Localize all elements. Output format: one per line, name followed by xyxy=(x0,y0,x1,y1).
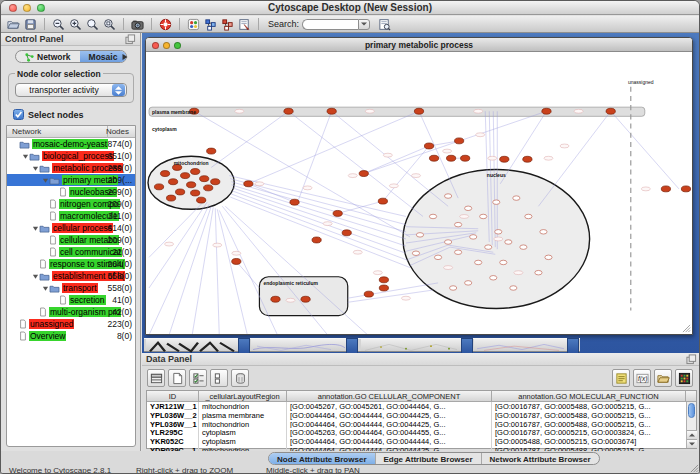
graph-node[interactable] xyxy=(166,195,175,201)
graph-node[interactable] xyxy=(284,108,293,114)
graph-node-unselected[interactable] xyxy=(480,214,487,218)
graph-node[interactable] xyxy=(176,189,185,195)
graph-node[interactable] xyxy=(290,199,299,205)
tree-row[interactable]: response to stimulu264(0) xyxy=(7,258,135,270)
more-tabs-icon[interactable] xyxy=(121,53,129,61)
minimized-network-window[interactable] xyxy=(146,339,238,351)
graph-node[interactable] xyxy=(204,185,213,191)
graph-node-unselected[interactable] xyxy=(455,222,462,226)
tree-row[interactable]: Overview8(0) xyxy=(7,330,135,342)
search-input[interactable] xyxy=(302,19,358,30)
search-options-button[interactable] xyxy=(376,17,393,32)
tree-row[interactable]: cellular process614(0) xyxy=(7,222,135,234)
select-attributes-button[interactable] xyxy=(189,369,207,387)
graph-node[interactable] xyxy=(542,108,551,114)
tree-row[interactable]: mosaic-demo-yeast874(0) xyxy=(7,138,135,150)
tree-row[interactable]: primary metab209(... xyxy=(7,174,135,186)
graph-node[interactable] xyxy=(200,176,209,182)
graph-node[interactable] xyxy=(661,186,670,192)
graph-node[interactable] xyxy=(187,182,196,188)
graph-node[interactable] xyxy=(211,179,220,185)
graph-node[interactable] xyxy=(342,230,351,236)
graph-node[interactable] xyxy=(455,138,464,144)
tree-row[interactable]: transport558(0) xyxy=(7,282,135,294)
tree-row[interactable]: biological_process651(0) xyxy=(7,150,135,162)
network-view-titlebar[interactable]: primary metabolic process xyxy=(146,38,692,52)
graph-node[interactable] xyxy=(191,169,200,175)
graph-node[interactable] xyxy=(379,277,388,283)
attribute-table-button[interactable] xyxy=(147,369,165,387)
graph-node-unselected[interactable] xyxy=(513,196,520,200)
graph-node[interactable] xyxy=(197,197,206,203)
graph-node-unselected[interactable] xyxy=(545,255,552,259)
graph-node[interactable] xyxy=(359,171,368,177)
search-dropdown-button[interactable] xyxy=(358,19,370,30)
graph-node[interactable] xyxy=(207,148,216,154)
graph-node[interactable] xyxy=(378,198,387,204)
graph-node-unselected[interactable] xyxy=(500,260,507,264)
column-header[interactable]: annotation.GO MOLECULAR_FUNCTION xyxy=(492,391,686,401)
table-row[interactable]: YJR121W__1mitochondrion[GO:0045267, GO:0… xyxy=(147,402,696,411)
graph-node-unselected[interactable] xyxy=(429,214,436,218)
unselect-attributes-button[interactable] xyxy=(210,369,228,387)
graph-node-unselected[interactable] xyxy=(535,270,542,274)
snapshot-button[interactable] xyxy=(129,17,146,32)
table-row[interactable]: YLR295Ccytoplasm[GO:0045263, GO:0044464,… xyxy=(147,428,696,437)
column-header[interactable]: _cellularLayoutRegion xyxy=(199,391,287,401)
graph-node[interactable] xyxy=(271,296,280,302)
tree-expand-arrow-icon[interactable] xyxy=(31,273,39,280)
graph-node[interactable] xyxy=(232,258,241,264)
graph-node-unselected[interactable] xyxy=(475,260,482,264)
attribute-formula-button[interactable]: f(x) xyxy=(633,369,651,387)
vizmapper-button[interactable] xyxy=(185,17,202,32)
graph-node[interactable] xyxy=(327,108,336,114)
graph-node-unselected[interactable] xyxy=(450,286,457,290)
scrollbar-thumb[interactable] xyxy=(688,403,695,418)
minimized-network-window[interactable] xyxy=(251,339,346,351)
attribute-note-button[interactable] xyxy=(612,369,630,387)
layout-red-button[interactable] xyxy=(219,17,236,32)
graph-node[interactable] xyxy=(154,184,163,190)
tree-row[interactable]: nitrogen compo209(0) xyxy=(7,198,135,210)
tree-row[interactable]: multi-organism pro42(0) xyxy=(7,306,135,318)
graph-node-unselected[interactable] xyxy=(444,194,451,198)
delete-attribute-button[interactable] xyxy=(231,369,249,387)
network-canvas[interactable]: plasma membranecytoplasmmitochondrionnuc… xyxy=(147,53,692,335)
tree-row[interactable]: metabolic process280(0) xyxy=(7,162,135,174)
graph-node[interactable] xyxy=(523,156,532,162)
graph-node-unselected[interactable] xyxy=(493,200,500,204)
tree-row[interactable]: secretion41(0) xyxy=(7,294,135,306)
create-attribute-button[interactable] xyxy=(168,369,186,387)
graph-node[interactable] xyxy=(301,296,310,302)
graph-node-unselected[interactable] xyxy=(510,286,517,290)
layout-blue-button[interactable] xyxy=(202,17,219,32)
float-data-panel-icon[interactable] xyxy=(686,354,697,365)
graph-node[interactable] xyxy=(461,155,470,161)
graph-node[interactable] xyxy=(424,143,433,149)
network-resize-grip[interactable] xyxy=(682,324,691,333)
graph-node[interactable] xyxy=(429,155,438,161)
graph-node[interactable] xyxy=(244,181,253,187)
zoom-selected-button[interactable] xyxy=(101,17,118,32)
tab-edge-attribute-browser[interactable]: Edge Attribute Browser xyxy=(376,453,482,464)
graph-node-unselected[interactable] xyxy=(505,240,512,244)
graph-node[interactable] xyxy=(500,156,509,162)
graph-node-unselected[interactable] xyxy=(412,251,419,255)
graph-node-unselected[interactable] xyxy=(416,233,423,237)
zoom-fit-button[interactable] xyxy=(84,17,101,32)
zoom-in-button[interactable] xyxy=(67,17,84,32)
annotation-button[interactable] xyxy=(236,17,253,32)
graph-node-unselected[interactable] xyxy=(485,245,492,249)
graph-node-unselected[interactable] xyxy=(470,235,477,239)
table-row[interactable]: YPL036W__2plasma membrane[GO:0044464, GO… xyxy=(147,411,696,420)
graph-node-unselected[interactable] xyxy=(525,214,532,218)
help-button[interactable] xyxy=(157,17,174,32)
tree-row[interactable]: cellular metabo209(0) xyxy=(7,234,135,246)
graph-node[interactable] xyxy=(181,173,190,179)
graph-node[interactable] xyxy=(606,108,615,114)
float-panel-icon[interactable] xyxy=(125,34,136,45)
graph-node[interactable] xyxy=(446,155,455,161)
graph-node-unselected[interactable] xyxy=(540,230,547,234)
graph-node-unselected[interactable] xyxy=(465,206,472,210)
graph-node-unselected[interactable] xyxy=(444,240,451,244)
